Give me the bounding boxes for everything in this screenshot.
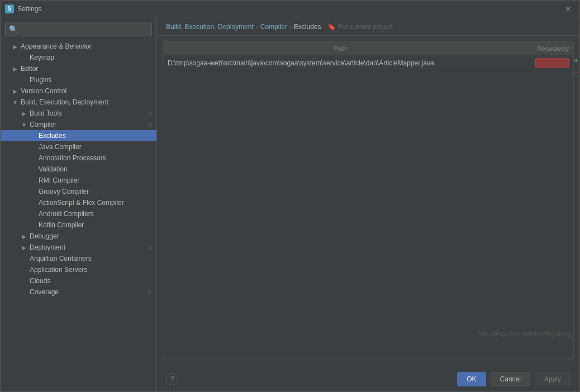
spacer-icon	[30, 222, 36, 228]
sidebar-item-rmi-compiler[interactable]: RMI Compiler	[1, 175, 156, 186]
sidebar-item-build-tools[interactable]: ▶ Build Tools ⧉	[1, 108, 156, 119]
spacer-icon	[30, 177, 36, 184]
spacer-icon	[21, 54, 27, 61]
sidebar-item-validation[interactable]: Validation	[1, 164, 156, 175]
sidebar-item-compiler[interactable]: ▼ Compiler ⧉	[1, 119, 156, 130]
sidebar-item-annotation-processors[interactable]: Annotation Processors	[1, 152, 156, 164]
spacer-icon	[21, 266, 27, 273]
cancel-button[interactable]: Cancel	[491, 372, 530, 386]
breadcrumb-arrow-icon: ›	[289, 23, 292, 31]
side-action-buttons: + −	[571, 55, 579, 78]
table-row[interactable]: D:\tmp\sogaa-web\src\main\java\com\sogaa…	[163, 55, 573, 71]
recursively-checkbox[interactable]	[535, 58, 569, 68]
expand-arrow-icon: ▶	[12, 43, 18, 50]
spacer-icon	[30, 211, 36, 217]
bottom-bar: ? OK Cancel Apply	[157, 366, 579, 391]
apply-button[interactable]: Apply	[535, 372, 571, 386]
sidebar-item-appearance[interactable]: ▶ Appearance & Behavior	[1, 41, 156, 52]
copy-icon: ⧉	[148, 289, 152, 296]
spacer-icon	[30, 188, 36, 195]
remove-exclude-button[interactable]: −	[571, 67, 579, 78]
project-scope-label: 🔖 For current project	[327, 23, 392, 31]
breadcrumb-current: Excludes	[294, 23, 321, 31]
breadcrumb-arrow-icon: ›	[256, 23, 258, 31]
help-button[interactable]: ?	[166, 373, 178, 385]
sidebar-item-kotlin-compiler[interactable]: Kotlin Compiler	[1, 219, 156, 231]
sidebar-item-plugins[interactable]: Plugins	[1, 74, 156, 85]
copy-icon: ⧉	[148, 244, 152, 251]
expand-arrow-icon: ▶	[21, 244, 27, 251]
action-buttons: OK Cancel Apply	[457, 372, 571, 386]
spacer-icon	[30, 199, 36, 206]
spacer-icon	[21, 255, 27, 262]
spacer-icon	[21, 289, 27, 295]
window-title: Settings	[17, 5, 562, 13]
sidebar-item-deployment[interactable]: ▶ Deployment ⧉	[1, 242, 156, 253]
sidebar-item-groovy-compiler[interactable]: Groovy Compiler	[1, 186, 156, 197]
sidebar-item-keymap[interactable]: Keymap	[1, 52, 156, 63]
sidebar-item-debugger[interactable]: ▶ Debugger	[1, 231, 156, 242]
column-header-path: Path	[163, 45, 517, 52]
expand-arrow-icon: ▶	[12, 65, 18, 72]
collapse-arrow-icon: ▼	[12, 99, 18, 106]
sidebar-item-version-control[interactable]: ▶ Version Control	[1, 85, 156, 97]
sidebar-item-arquillian[interactable]: Arquillian Containers	[1, 253, 156, 264]
expand-arrow-icon: ▶	[12, 88, 18, 94]
excludes-table: Path Recursively D:\tmp\sogaa-web\src\ma…	[163, 41, 574, 360]
collapse-arrow-icon: ▼	[21, 121, 27, 128]
copy-icon: ⧉	[148, 121, 152, 128]
sidebar-item-clouds[interactable]: Clouds	[1, 275, 156, 286]
settings-window: S Settings ✕ 🔍 ▶ Appearance & Behavior K…	[0, 0, 580, 392]
search-box[interactable]: 🔍	[5, 22, 152, 36]
title-bar: S Settings ✕	[1, 1, 579, 17]
spacer-icon	[21, 278, 27, 284]
breadcrumb-part-2: Compiler	[260, 23, 287, 31]
add-exclude-button[interactable]: +	[571, 55, 579, 66]
breadcrumb-part-1: Build, Execution, Deployment	[166, 23, 254, 31]
spacer-icon	[30, 132, 36, 139]
sidebar-item-android-compilers[interactable]: Android Compilers	[1, 208, 156, 219]
watermark-text: http://blog.csdn.net/HeadingAlong	[478, 330, 571, 337]
file-path-cell: D:\tmp\sogaa-web\src\main\java\com\sogaa…	[163, 59, 517, 67]
spacer-icon	[30, 155, 36, 161]
ok-button[interactable]: OK	[457, 372, 486, 386]
sidebar-item-editor[interactable]: ▶ Editor	[1, 63, 156, 74]
close-button[interactable]: ✕	[562, 3, 575, 15]
sidebar-item-java-compiler[interactable]: Java Compiler	[1, 141, 156, 152]
excludes-panel: Path Recursively D:\tmp\sogaa-web\src\ma…	[157, 36, 579, 366]
app-icon: S	[5, 4, 14, 13]
sidebar: 🔍 ▶ Appearance & Behavior Keymap ▶ Edit	[1, 17, 157, 391]
sidebar-item-application-servers[interactable]: Application Servers	[1, 264, 156, 275]
sidebar-item-build-exec-deploy[interactable]: ▼ Build, Execution, Deployment	[1, 97, 156, 108]
sidebar-item-excludes[interactable]: Excludes	[1, 130, 156, 141]
column-header-recursively: Recursively	[517, 45, 573, 52]
main-panel: Build, Execution, Deployment › Compiler …	[157, 17, 579, 391]
sidebar-item-coverage[interactable]: Coverage ⧉	[1, 286, 156, 298]
expand-arrow-icon: ▶	[21, 110, 27, 117]
main-content: 🔍 ▶ Appearance & Behavior Keymap ▶ Edit	[1, 17, 579, 391]
spacer-icon	[21, 77, 27, 83]
sidebar-item-actionscript-flex[interactable]: ActionScript & Flex Compiler	[1, 197, 156, 208]
copy-icon: ⧉	[148, 110, 152, 117]
search-icon: 🔍	[9, 25, 18, 34]
expand-arrow-icon: ▶	[21, 233, 27, 240]
settings-tree: ▶ Appearance & Behavior Keymap ▶ Editor …	[1, 41, 156, 391]
table-header: Path Recursively	[163, 42, 573, 55]
recursively-checkbox-cell[interactable]	[517, 58, 573, 68]
spacer-icon	[30, 166, 36, 173]
spacer-icon	[30, 144, 36, 150]
breadcrumb: Build, Execution, Deployment › Compiler …	[157, 17, 579, 36]
search-input[interactable]	[20, 25, 148, 33]
